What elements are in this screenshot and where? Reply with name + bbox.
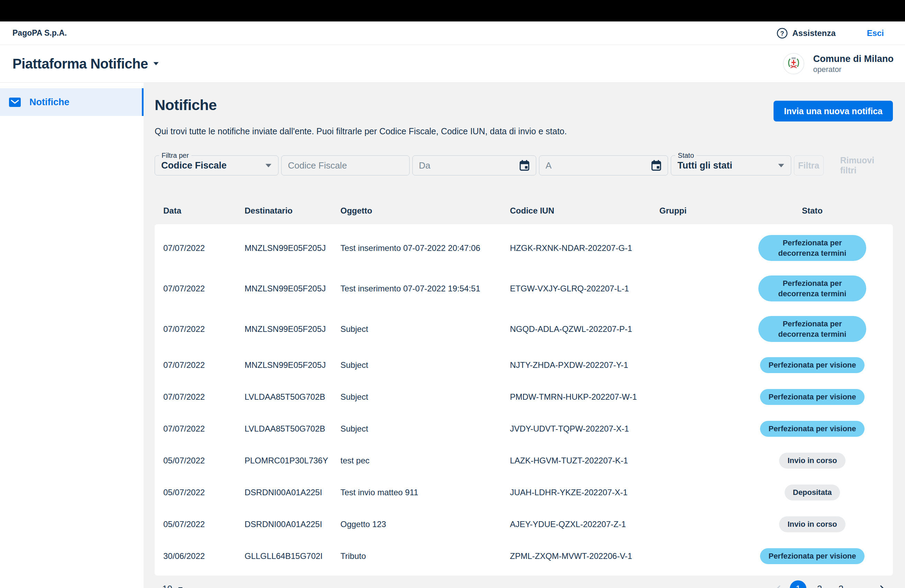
cell-recipient: MNZLSN99E05F205J bbox=[245, 284, 340, 294]
cell-iun: PMDW-TMRN-HUKP-202207-W-1 bbox=[510, 392, 659, 402]
logout-link[interactable]: Esci bbox=[867, 29, 884, 38]
browser-chrome-bar bbox=[0, 0, 905, 21]
status-badge: Perfezionata per visione bbox=[760, 357, 864, 373]
cell-date: 07/07/2022 bbox=[163, 392, 245, 402]
cell-iun: ETGW-VXJY-GLRQ-202207-L-1 bbox=[510, 284, 659, 294]
triangle-down-icon bbox=[265, 163, 272, 168]
cell-subject: test pec bbox=[340, 456, 510, 466]
notifications-table: 07/07/2022 MNZLSN99E05F205J Test inserim… bbox=[155, 224, 893, 575]
product-switcher[interactable]: Piattaforma Notifiche bbox=[13, 56, 159, 72]
column-header-destinatario: Destinatario bbox=[245, 206, 340, 216]
cell-recipient: PLOMRC01P30L736Y bbox=[245, 456, 340, 466]
calendar-icon bbox=[519, 160, 530, 171]
assistance-label: Assistenza bbox=[792, 29, 835, 38]
cell-recipient: LVLDAA85T50G702B bbox=[245, 392, 340, 402]
cell-iun: JUAH-LDHR-YKZE-202207-X-1 bbox=[510, 488, 659, 497]
table-row[interactable]: 05/07/2022 DSRDNI00A01A225I Oggetto 123 … bbox=[163, 509, 884, 540]
cell-iun: NGQD-ADLA-QZWL-202207-P-1 bbox=[510, 324, 659, 334]
table-row[interactable]: 05/07/2022 DSRDNI00A01A225I Test invio m… bbox=[163, 477, 884, 509]
column-header-oggetto: Oggetto bbox=[340, 206, 510, 216]
sidebar-item-label: Notifiche bbox=[29, 97, 70, 108]
table-row[interactable]: 30/06/2022 GLLGLL64B15G702I Tributo ZPML… bbox=[163, 540, 884, 572]
chevron-right-icon bbox=[877, 584, 887, 588]
column-header-data: Data bbox=[163, 206, 245, 216]
status-select[interactable]: Stato Tutti gli stati bbox=[671, 156, 791, 175]
cell-iun: JVDY-UDVT-TQPW-202207-X-1 bbox=[510, 424, 659, 434]
page-button-3[interactable]: 3 bbox=[833, 580, 849, 588]
top-bar: PagoPA S.p.A. ? Assistenza Esci bbox=[0, 21, 905, 45]
chevron-left-icon bbox=[774, 584, 784, 588]
cell-subject: Subject bbox=[340, 392, 510, 402]
previous-page-button[interactable] bbox=[773, 584, 785, 588]
date-from-calendar-button[interactable] bbox=[519, 160, 530, 171]
cell-recipient: DSRDNI00A01A225I bbox=[245, 520, 340, 529]
status-badge: Perfezionata per decorrenza termini bbox=[758, 316, 866, 342]
page-subtitle: Qui trovi tutte le notifiche inviate dal… bbox=[155, 126, 893, 137]
cell-status: Perfezionata per decorrenza termini bbox=[740, 316, 884, 342]
cell-iun: NJTY-ZHDA-PXDW-202207-Y-1 bbox=[510, 360, 659, 370]
date-from-field bbox=[412, 156, 536, 175]
table-row[interactable]: 07/07/2022 MNZLSN99E05F205J Subject NGQD… bbox=[163, 309, 884, 349]
filter-bar: Filtra per Codice Fiscale bbox=[155, 156, 893, 175]
table-row[interactable]: 07/07/2022 MNZLSN99E05F205J Test inserim… bbox=[163, 268, 884, 309]
cell-status: Depositata bbox=[740, 485, 884, 501]
cell-status: Perfezionata per decorrenza termini bbox=[740, 235, 884, 261]
date-to-field bbox=[539, 156, 668, 175]
filter-by-value: Codice Fiscale bbox=[161, 160, 265, 171]
status-value: Tutti gli stati bbox=[677, 160, 777, 171]
page-button-1[interactable]: 1 bbox=[790, 580, 807, 588]
codice-fiscale-input[interactable] bbox=[288, 160, 403, 171]
filter-by-select[interactable]: Filtra per Codice Fiscale bbox=[155, 156, 278, 175]
new-notification-button[interactable]: Invia una nuova notifica bbox=[773, 101, 893, 121]
status-badge: Invio in corso bbox=[779, 453, 845, 469]
cell-date: 30/06/2022 bbox=[163, 551, 245, 561]
table-row[interactable]: 07/07/2022 LVLDAA85T50G702B Subject JVDY… bbox=[163, 413, 884, 445]
sidebar: Notifiche bbox=[0, 83, 144, 588]
table-row[interactable]: 07/07/2022 MNZLSN99E05F205J Test inserim… bbox=[163, 228, 884, 268]
next-page-button[interactable] bbox=[876, 584, 888, 588]
apply-filters-button[interactable]: Filtra bbox=[794, 156, 824, 175]
cell-iun: ZPML-ZXQM-MVWT-202206-V-1 bbox=[510, 551, 659, 561]
page-button-2[interactable]: 2 bbox=[811, 580, 828, 588]
table-row[interactable]: 07/07/2022 MNZLSN99E05F205J Subject NJTY… bbox=[163, 349, 884, 381]
pagination-bar: 10 1 2 3 ... bbox=[155, 580, 893, 588]
status-badge: Invio in corso bbox=[779, 516, 845, 532]
avatar bbox=[783, 53, 804, 75]
page-size-select[interactable]: 10 bbox=[162, 583, 183, 588]
organization-role: operator bbox=[813, 65, 894, 74]
cell-recipient: MNZLSN99E05F205J bbox=[245, 243, 340, 253]
svg-text:?: ? bbox=[780, 30, 784, 37]
cell-status: Perfezionata per decorrenza termini bbox=[740, 275, 884, 302]
column-header-gruppi: Gruppi bbox=[659, 206, 740, 216]
cell-subject: Tributo bbox=[340, 551, 510, 561]
cell-status: Perfezionata per visione bbox=[740, 389, 884, 405]
page-title: Notifiche bbox=[155, 97, 217, 113]
cell-recipient: DSRDNI00A01A225I bbox=[245, 488, 340, 497]
date-to-input[interactable] bbox=[546, 160, 651, 171]
cell-date: 07/07/2022 bbox=[163, 360, 245, 370]
cell-status: Perfezionata per visione bbox=[740, 548, 884, 564]
cell-recipient: GLLGLL64B15G702I bbox=[245, 551, 340, 561]
cell-date: 07/07/2022 bbox=[163, 324, 245, 334]
column-header-stato: Stato bbox=[740, 206, 884, 216]
date-to-calendar-button[interactable] bbox=[651, 160, 662, 171]
triangle-down-icon bbox=[778, 163, 784, 168]
cell-subject: Test inserimento 07-07-2022 20:47:06 bbox=[340, 243, 510, 253]
cell-date: 07/07/2022 bbox=[163, 424, 245, 434]
assistance-link[interactable]: ? Assistenza bbox=[776, 27, 835, 39]
cell-subject: Oggetto 123 bbox=[340, 520, 510, 529]
calendar-icon bbox=[651, 160, 662, 171]
status-badge: Perfezionata per visione bbox=[760, 389, 864, 405]
product-title: Piattaforma Notifiche bbox=[13, 56, 148, 72]
table-row[interactable]: 07/07/2022 LVLDAA85T50G702B Subject PMDW… bbox=[163, 381, 884, 413]
sidebar-item-notifiche[interactable]: Notifiche bbox=[0, 88, 144, 116]
main-content: Notifiche Invia una nuova notifica Qui t… bbox=[144, 83, 905, 588]
cell-status: Invio in corso bbox=[740, 453, 884, 469]
clear-filters-button[interactable]: Rimuovi filtri bbox=[840, 156, 893, 175]
table-row[interactable]: 05/07/2022 PLOMRC01P30L736Y test pec LAZ… bbox=[163, 445, 884, 477]
cell-recipient: MNZLSN99E05F205J bbox=[245, 360, 340, 370]
date-from-input[interactable] bbox=[419, 160, 519, 171]
cell-subject: Subject bbox=[340, 324, 510, 334]
cell-iun: AJEY-YDUE-QZXL-202207-Z-1 bbox=[510, 520, 659, 529]
pagopa-logo[interactable]: PagoPA S.p.A. bbox=[13, 29, 67, 38]
